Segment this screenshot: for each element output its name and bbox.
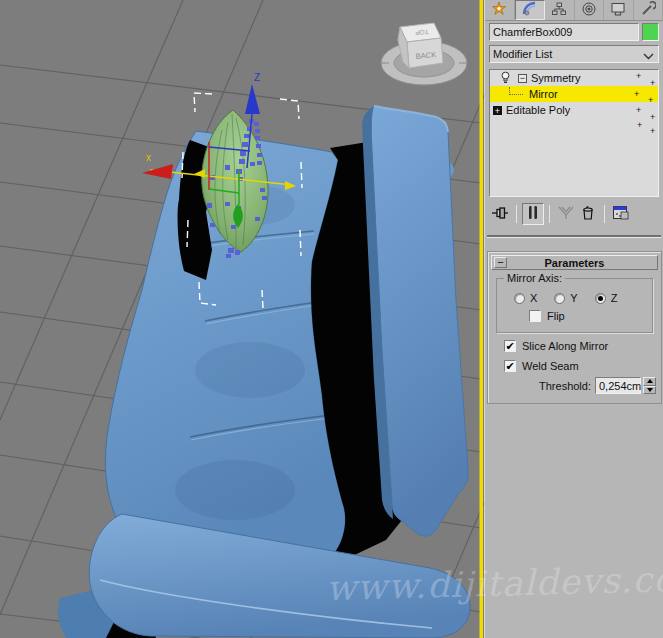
show-end-result-icon — [527, 205, 539, 223]
spinner-up-button[interactable] — [643, 377, 656, 386]
create-icon — [491, 1, 507, 19]
tab-create[interactable] — [485, 0, 515, 20]
radio-y-label: Y — [570, 292, 577, 304]
threshold-input[interactable]: 0,254cm — [595, 377, 641, 394]
tab-display[interactable] — [604, 0, 634, 20]
viewport[interactable]: TOP BACK — [0, 0, 484, 638]
radio-x-circle[interactable] — [514, 293, 525, 304]
mirror-axis-group-label: Mirror Axis: — [504, 272, 565, 284]
stack-row-symmetry[interactable]: − Symmetry — [490, 70, 658, 86]
make-unique-icon — [557, 205, 575, 223]
rollout-title: Parameters — [545, 257, 605, 269]
active-viewport-border — [480, 0, 484, 638]
display-icon — [610, 1, 626, 19]
tab-hierarchy[interactable] — [545, 0, 575, 20]
subobject-label[interactable]: Mirror — [529, 88, 558, 100]
speckle-plus: + — [650, 128, 655, 134]
collapse-rollout-button[interactable]: − — [494, 257, 507, 268]
viewcube-top-label[interactable]: TOP — [415, 29, 429, 37]
weld-checkbox-row[interactable]: ✔ Weld Seam — [504, 360, 579, 372]
slice-along-mirror-checkbox[interactable]: ✔ — [504, 340, 516, 352]
radio-z[interactable]: Z — [595, 292, 618, 304]
base-object-label[interactable]: Editable Poly — [506, 104, 570, 116]
flip-checkbox-row[interactable]: Flip — [529, 310, 565, 322]
pin-stack-button[interactable] — [489, 203, 511, 225]
chevron-down-icon — [643, 50, 654, 62]
radio-x-label: X — [530, 292, 537, 304]
radio-z-label: Z — [611, 292, 618, 304]
slice-checkbox-row[interactable]: ✔ Slice Along Mirror — [504, 340, 608, 352]
radio-y[interactable]: Y — [554, 292, 577, 304]
triangle-down-icon — [647, 388, 653, 392]
threshold-spinner — [643, 377, 656, 394]
toolbar-separator — [604, 205, 605, 223]
show-end-result-button[interactable] — [522, 203, 544, 225]
motion-icon — [581, 1, 597, 19]
stack-toolbar — [489, 201, 659, 227]
modifier-stack: − Symmetry Mirror + Editable Poly + + + … — [489, 69, 659, 197]
expand-plus-icon[interactable]: + — [493, 106, 502, 115]
rollout-header[interactable]: − Parameters — [491, 255, 658, 270]
panel-divider — [487, 235, 661, 238]
weld-seam-label: Weld Seam — [522, 360, 579, 372]
remove-modifier-icon — [580, 205, 596, 223]
stack-row-editable-poly[interactable]: + Editable Poly — [490, 102, 658, 118]
tab-modify[interactable] — [515, 0, 546, 20]
tree-branch-line — [509, 87, 523, 95]
viewcube-cube[interactable]: TOP BACK — [398, 23, 443, 68]
command-panel-tabs — [485, 0, 663, 21]
object-name-field[interactable]: ChamferBox009 — [489, 23, 639, 41]
z-axis-label: Z — [254, 72, 260, 83]
flip-label: Flip — [547, 310, 565, 322]
object-color-swatch[interactable] — [642, 23, 659, 41]
remove-modifier-button[interactable] — [577, 203, 599, 225]
modifier-list-dropdown[interactable]: Modifier List — [489, 45, 659, 63]
make-unique-button[interactable] — [555, 203, 577, 225]
radio-y-circle[interactable] — [554, 293, 565, 304]
parameters-rollout: − Parameters Mirror Axis: X Y Z — [487, 251, 662, 404]
radio-x[interactable]: X — [514, 292, 537, 304]
pin-stack-icon — [491, 205, 509, 223]
lightbulb-icon[interactable] — [500, 71, 511, 86]
tab-motion[interactable] — [575, 0, 605, 20]
hierarchy-icon — [551, 1, 567, 19]
threshold-label: Threshold: — [488, 380, 591, 392]
triangle-up-icon — [647, 379, 653, 383]
configure-modifier-sets-button[interactable] — [610, 203, 632, 225]
toolbar-separator — [549, 205, 550, 223]
modifier-list-label: Modifier List — [493, 48, 552, 60]
spinner-down-button[interactable] — [643, 386, 656, 395]
utilities-icon — [640, 1, 656, 19]
toolbar-separator — [516, 205, 517, 223]
weld-seam-checkbox[interactable]: ✔ — [504, 360, 516, 372]
collapse-minus-icon[interactable]: − — [518, 74, 527, 83]
radio-z-circle[interactable] — [595, 293, 606, 304]
mirror-axis-group: Mirror Axis: X Y Z Flip — [496, 278, 653, 333]
tab-utilities[interactable] — [634, 0, 663, 20]
flip-checkbox[interactable] — [529, 310, 541, 322]
slice-along-mirror-label: Slice Along Mirror — [522, 340, 608, 352]
command-panel: ChamferBox009 Modifier List − Symmetry M… — [484, 0, 663, 638]
x-axis-label: x — [146, 152, 151, 163]
configure-modifier-sets-icon — [612, 205, 630, 223]
stack-row-mirror[interactable]: Mirror — [490, 86, 658, 102]
modifier-label[interactable]: Symmetry — [531, 72, 581, 84]
modify-icon — [522, 1, 538, 19]
speckle-plus: + — [637, 122, 642, 128]
